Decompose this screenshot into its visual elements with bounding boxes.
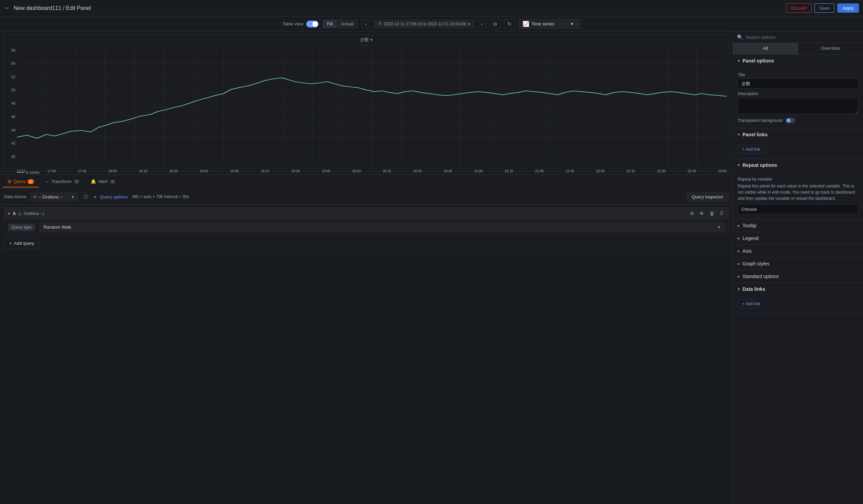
search-icon: 🔍 — [737, 34, 743, 40]
tooltip-section[interactable]: Tooltip — [733, 219, 863, 232]
repeat-options-body: Repeat by variable Repeat this panel for… — [733, 171, 863, 219]
repeat-variable-select[interactable]: Choose — [738, 204, 858, 214]
data-links-chevron — [738, 287, 740, 291]
time-next-button[interactable]: › — [478, 20, 486, 28]
table-view-toggle[interactable] — [306, 21, 319, 27]
refresh-button[interactable]: ↻ — [504, 19, 515, 29]
panel-options-title: Panel options — [743, 58, 774, 64]
y-axis: 56 54 52 50 48 46 44 42 40 — [4, 48, 15, 159]
description-textarea[interactable] — [738, 98, 858, 114]
query-tab-label: Query — [13, 179, 25, 184]
actual-button[interactable]: Actual — [337, 20, 357, 28]
datasource-label: Data source — [4, 194, 26, 199]
vis-label: Time series — [531, 21, 554, 26]
time-range-picker[interactable]: ⏱ 2022-12-11 17:06:15 to 2022-12-11 23:0… — [374, 20, 474, 28]
tab-all[interactable]: All — [733, 43, 798, 54]
topbar: ← New dashboard111 / Edit Panel Discard … — [0, 0, 863, 16]
title-input[interactable] — [738, 79, 858, 89]
tab-query[interactable]: ⊞ Query 1 — [3, 176, 39, 187]
toolbar-left: Table view — [283, 21, 319, 27]
search-options-bar: 🔍 — [733, 32, 863, 43]
back-button[interactable]: ← — [4, 4, 10, 12]
graph-styles-section[interactable]: Graph styles — [733, 257, 863, 270]
transform-tab-badge: 0 — [73, 179, 80, 184]
query-options-link[interactable]: Query options — [100, 194, 128, 199]
apply-button[interactable]: Apply — [837, 3, 859, 13]
transparent-toggle[interactable] — [786, 118, 795, 123]
save-button[interactable]: Save — [814, 3, 835, 13]
panel-options-header[interactable]: Panel options — [733, 55, 863, 67]
datasource-info-button[interactable]: ⓘ — [81, 192, 91, 202]
table-view-label: Table view — [283, 21, 303, 26]
visualization-selector[interactable]: 📈 Time series ▾ › — [519, 19, 580, 29]
query-tab-badge: 1 — [27, 179, 34, 184]
query-inspector-button[interactable]: Query inspector — [687, 192, 728, 202]
axis-section[interactable]: Axis — [733, 245, 863, 257]
query-row-letter: A — [13, 211, 16, 216]
tab-overrides[interactable]: Overrides — [798, 43, 863, 54]
fill-button[interactable]: Fill — [323, 20, 337, 28]
delete-query-button[interactable]: 🗑 — [708, 210, 716, 217]
drag-query-button[interactable]: ⠿ — [718, 210, 725, 217]
tab-transform[interactable]: ↔ Transform 0 — [40, 176, 85, 187]
panel-links-title: Panel links — [743, 132, 768, 137]
query-row-toggle[interactable]: ▾ — [8, 211, 10, 216]
tab-alert[interactable]: 🔔 Alert 0 — [86, 176, 120, 187]
add-query-button[interactable]: + Add query — [4, 238, 39, 249]
axis-chevron — [738, 249, 740, 253]
transparent-label: Transparent background — [738, 118, 782, 123]
add-link-button[interactable]: + Add link — [738, 145, 764, 154]
graph-styles-title: Graph styles — [743, 261, 770, 266]
standard-options-title: Standard options — [743, 274, 779, 279]
vis-icon: 📈 — [522, 21, 529, 27]
datasource-bar: Data source ≡ -- Grafana -- ▾ ⓘ ▸ Query … — [0, 189, 733, 205]
transparent-toggle-thumb — [786, 118, 791, 123]
panel-title-bar: 步数 ▾ — [3, 35, 729, 45]
transparent-toggle-row: Transparent background — [738, 118, 858, 123]
data-links-header[interactable]: Data links — [733, 283, 863, 295]
panel-links-header[interactable]: Panel links — [733, 128, 863, 141]
add-query-label: Add query — [14, 241, 34, 246]
alert-tab-label: Alert — [98, 179, 107, 184]
dashboard-title: New dashboard111 / Edit Panel — [14, 5, 91, 11]
back-icon: ← — [4, 4, 10, 12]
panel-title-arrow[interactable]: ▾ — [370, 37, 372, 42]
graph-styles-chevron — [738, 261, 740, 266]
panel-options-chevron — [738, 58, 740, 63]
panel-preview: 步数 ▾ 56 54 52 50 48 46 44 42 40 — [3, 34, 730, 172]
standard-options-section[interactable]: Standard options — [733, 270, 863, 283]
datasource-select[interactable]: ≡ -- Grafana -- ▾ — [30, 193, 78, 201]
discard-button[interactable]: Discard — [786, 3, 812, 13]
ds-name: -- Grafana -- — [38, 194, 63, 199]
topbar-left: ← New dashboard111 / Edit Panel — [4, 4, 91, 12]
panel-links-body: + Add link — [733, 141, 863, 159]
arrow-icon: ▸ — [94, 194, 96, 199]
query-row-a: ▾ A (-- Grafana --) ⧉ 👁 🗑 ⠿ Query type R… — [4, 207, 728, 235]
time-range-chevron: ▾ — [468, 22, 470, 26]
query-type-select[interactable]: Random Walk ▾ — [39, 222, 725, 232]
add-data-link-button[interactable]: + Add link — [738, 299, 764, 308]
search-options-input[interactable] — [746, 35, 859, 40]
toggle-query-button[interactable]: 👁 — [698, 210, 705, 217]
panel-all-overrides-tabs: All Overrides — [733, 43, 863, 55]
chart-area: 步数 ▾ 56 54 52 50 48 46 44 42 40 — [0, 32, 733, 504]
copy-query-button[interactable]: ⧉ — [689, 210, 695, 217]
right-panel: 🔍 All Overrides Panel options Title Desc… — [733, 32, 863, 504]
toggle-thumb — [312, 21, 318, 27]
toolbar: Table view Fill Actual ‹ ⏱ 2022-12-11 17… — [0, 16, 863, 32]
alert-tab-badge: 0 — [110, 179, 116, 184]
panel-links-section: Panel links + Add link — [733, 128, 863, 159]
fill-actual-group: Fill Actual — [323, 20, 358, 28]
query-type-chevron: ▾ — [718, 225, 720, 230]
query-tabs: ⊞ Query 1 ↔ Transform 0 🔔 Alert 0 — [0, 175, 733, 189]
data-links-body: + Add link — [733, 295, 863, 313]
query-row-ds: (-- Grafana --) — [19, 211, 44, 216]
zoom-out-button[interactable]: ⊖ — [490, 19, 500, 29]
query-tab-icon: ⊞ — [8, 179, 11, 184]
repeat-options-header[interactable]: Repeat options — [733, 159, 863, 171]
repeat-description: Repeat this panel for each value in the … — [738, 183, 858, 202]
legend-section[interactable]: Legend — [733, 232, 863, 245]
data-links-section: Data links + Add link — [733, 283, 863, 313]
time-prev-button[interactable]: ‹ — [362, 20, 370, 28]
repeat-options-section: Repeat options Repeat by variable Repeat… — [733, 159, 863, 219]
